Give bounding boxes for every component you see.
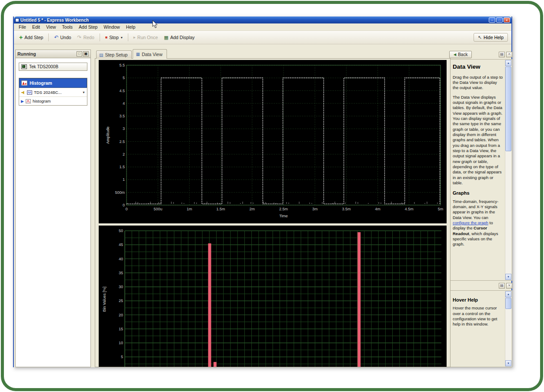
undo-button[interactable]: ↶ Undo xyxy=(51,33,73,41)
pointer-icon: ↖ xyxy=(478,35,482,40)
add-display-button[interactable]: ▦ Add Display xyxy=(161,33,197,41)
help-window-icon[interactable]: ▤ xyxy=(499,52,505,57)
tab-step-setup[interactable]: ▤ Step Setup xyxy=(96,50,132,59)
back-label: Back xyxy=(458,52,467,57)
data-view-icon: ▦ xyxy=(136,52,140,56)
help-content: Data View Drag the output of a step to t… xyxy=(449,59,512,281)
svg-text:5.5: 5.5 xyxy=(119,63,125,67)
add-step-button[interactable]: + Add Step xyxy=(17,33,46,42)
svg-text:20: 20 xyxy=(119,313,123,317)
menu-window[interactable]: Window xyxy=(100,24,123,30)
redo-button[interactable]: ↷ Redo xyxy=(75,33,97,41)
menu-help[interactable]: Help xyxy=(123,24,139,30)
svg-text:3.5m: 3.5m xyxy=(342,207,350,211)
hover-help-title: Hover Help xyxy=(453,297,504,303)
step-box: Histogram TDS 2024BC... ▼ xyxy=(19,78,87,106)
help-window-icon[interactable]: ▤ xyxy=(499,283,505,289)
close-button[interactable]: ✕ xyxy=(504,17,510,23)
svg-text:Amplitude: Amplitude xyxy=(106,126,110,144)
float-panel-icon[interactable]: □ xyxy=(77,51,82,56)
collapse-up-icon[interactable]: ˄ xyxy=(506,52,512,57)
menu-edit[interactable]: Edit xyxy=(29,24,43,30)
app-window: Untitled 5 * - Express Workbench ─ □ ✕ F… xyxy=(13,17,512,367)
step-output-label: histogram xyxy=(33,99,51,103)
back-arrow-icon: ◀ xyxy=(454,53,456,56)
svg-text:35: 35 xyxy=(119,271,123,275)
svg-text:4.5: 4.5 xyxy=(119,89,125,93)
play-icon: ▶ xyxy=(21,99,24,103)
svg-text:2: 2 xyxy=(123,152,125,156)
svg-text:2.5: 2.5 xyxy=(119,140,125,144)
scroll-down-icon[interactable]: ▼ xyxy=(505,360,511,366)
histogram-chart[interactable]: 5045403530252015105Bin Values [%] xyxy=(99,226,447,367)
device-button[interactable]: Tek TDS2000B xyxy=(19,63,87,71)
menu-bar: File Edit View Tools Add Step Window Hel… xyxy=(14,23,511,31)
menu-tools[interactable]: Tools xyxy=(59,24,76,30)
svg-text:Time: Time xyxy=(279,214,288,218)
toolbar-separator xyxy=(100,33,100,41)
hover-help-text: Hover Help Hover the mouse cursor over a… xyxy=(453,292,504,366)
dock-panel-icon[interactable]: ▣ xyxy=(83,51,89,56)
svg-text:500m: 500m xyxy=(115,190,125,195)
help-paragraph: The Data View displays output signals in… xyxy=(453,95,504,186)
configure-graph-link[interactable]: configure the graph xyxy=(453,220,488,225)
menu-add-step[interactable]: Add Step xyxy=(76,24,100,30)
mouse-cursor xyxy=(151,20,158,29)
add-display-label: Add Display xyxy=(170,35,195,40)
collapse-down-icon[interactable]: ˅ xyxy=(506,283,512,289)
menu-view[interactable]: View xyxy=(43,24,59,30)
scroll-up-icon[interactable]: ▲ xyxy=(505,291,511,297)
stop-button[interactable]: ■ Stop ▾ xyxy=(103,33,125,41)
hide-help-label: Hide Help xyxy=(484,35,504,40)
scope-small-icon xyxy=(27,90,32,95)
svg-text:45: 45 xyxy=(119,243,123,247)
hide-help-button[interactable]: ↖ Hide Help xyxy=(474,33,508,42)
chevron-down-icon[interactable]: ▼ xyxy=(82,91,85,94)
step-source-row[interactable]: TDS 2024BC... ▼ xyxy=(19,88,87,96)
plus-icon: + xyxy=(19,34,23,40)
toolbar: + Add Step ↶ Undo ↷ Redo ■ Stop ▾ ▸ Run … xyxy=(14,31,511,44)
scroll-up-icon[interactable]: ▲ xyxy=(505,60,511,66)
maximize-button[interactable]: □ xyxy=(496,17,503,23)
tab-data-view[interactable]: ▦ Data View xyxy=(133,49,167,59)
stop-label: Stop xyxy=(109,35,119,40)
scroll-down-icon[interactable]: ▼ xyxy=(505,274,511,280)
svg-text:4m: 4m xyxy=(375,207,380,211)
scroll-thumb[interactable] xyxy=(505,298,511,309)
add-step-label: Add Step xyxy=(24,35,43,40)
menu-file[interactable]: File xyxy=(16,24,29,30)
hover-help-scrollbar[interactable]: ▲ ▼ xyxy=(505,291,511,366)
toolbar-separator xyxy=(48,33,49,41)
redo-icon: ↷ xyxy=(77,35,82,40)
svg-text:50: 50 xyxy=(119,229,123,233)
run-once-icon: ▸ xyxy=(133,35,136,40)
scroll-thumb[interactable] xyxy=(505,66,511,151)
oscilloscope-icon xyxy=(21,64,27,69)
back-button[interactable]: ◀ Back xyxy=(449,51,472,58)
run-once-button[interactable]: ▸ Run Once xyxy=(131,33,160,41)
step-source-label: TDS 2024BC... xyxy=(34,90,62,95)
window-title: Untitled 5 * - Express Workbench xyxy=(20,18,487,23)
svg-text:1: 1 xyxy=(123,177,125,182)
run-once-label: Run Once xyxy=(137,35,158,40)
help-scrollbar[interactable]: ▲ ▼ xyxy=(505,60,511,280)
help-panel: ◀ Back ▤ ˄ Data View Drag the output of … xyxy=(449,50,512,367)
signal-icon xyxy=(26,99,31,103)
data-view-panel: 0500u1m1.5m2m2.5m3m3.5m4m4.5m5m0500m11.5… xyxy=(95,58,451,367)
help-title: Data View xyxy=(453,63,504,71)
svg-text:Bin Values [%]: Bin Values [%] xyxy=(102,287,107,312)
step-item-histogram[interactable]: Histogram xyxy=(19,78,87,88)
step-output-row[interactable]: ▶ histogram xyxy=(19,96,87,105)
minimize-button[interactable]: ─ xyxy=(489,17,495,23)
running-panel-body: Tek TDS2000B Histogram xyxy=(15,58,91,367)
svg-text:2m: 2m xyxy=(250,207,255,211)
svg-text:40: 40 xyxy=(119,257,123,261)
hover-help-toolbar: ▤ ˅ xyxy=(449,281,512,290)
help-paragraph: Time-domain, frequency-domain, and X-Y s… xyxy=(453,199,504,247)
running-panel: Running □ ▣ Tek TDS2000B xyxy=(15,50,91,367)
title-bar[interactable]: Untitled 5 * - Express Workbench ─ □ ✕ xyxy=(14,17,511,23)
svg-text:5: 5 xyxy=(121,355,123,359)
add-display-icon: ▦ xyxy=(164,35,168,40)
stop-dropdown-icon[interactable]: ▾ xyxy=(121,36,123,40)
waveform-chart[interactable]: 0500u1m1.5m2m2.5m3m3.5m4m4.5m5m0500m11.5… xyxy=(99,60,447,223)
